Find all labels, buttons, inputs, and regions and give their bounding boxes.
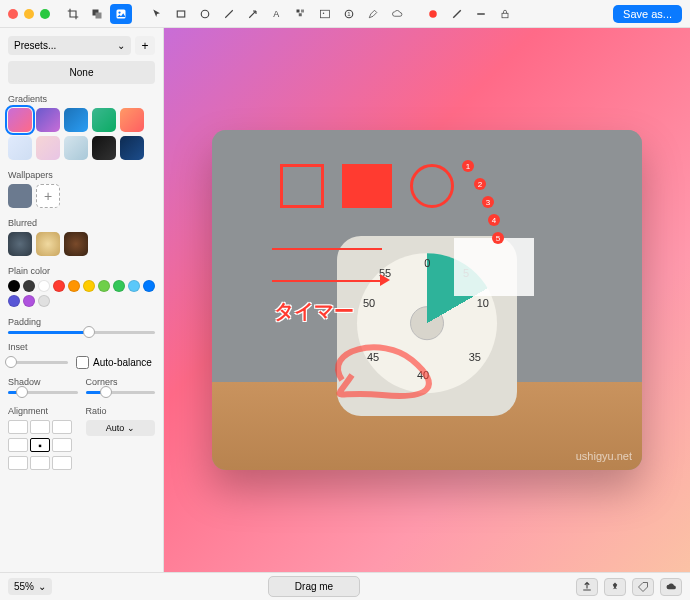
pin-icon[interactable] xyxy=(604,578,626,596)
counter-tool[interactable]: 1 xyxy=(338,4,360,24)
gradient-swatch[interactable] xyxy=(92,136,116,160)
counter-annotation[interactable]: 2 xyxy=(474,178,486,190)
plain-color-swatch[interactable] xyxy=(8,295,20,307)
rectangle-tool[interactable] xyxy=(170,4,192,24)
svg-rect-10 xyxy=(321,10,330,18)
plain-color-swatch[interactable] xyxy=(38,295,50,307)
image-tool[interactable] xyxy=(314,4,336,24)
stroke-weight[interactable] xyxy=(470,4,492,24)
window-controls xyxy=(8,9,50,19)
minimize-window[interactable] xyxy=(24,9,34,19)
screenshot-card[interactable]: 0 5 10 55 50 45 40 35 タイマー 1 2 3 xyxy=(212,130,642,470)
shadow-slider[interactable] xyxy=(8,391,78,394)
presets-select[interactable]: Presets...⌄ xyxy=(8,36,131,55)
plain-color-swatch[interactable] xyxy=(128,280,140,292)
rect-annotation[interactable] xyxy=(280,164,324,208)
padding-slider[interactable] xyxy=(8,331,155,334)
blurred-swatch[interactable] xyxy=(8,232,32,256)
plain-color-swatch[interactable] xyxy=(113,280,125,292)
text-annotation[interactable]: タイマー xyxy=(274,298,354,325)
line-annotation[interactable] xyxy=(272,248,382,250)
close-window[interactable] xyxy=(8,9,18,19)
align-tc[interactable] xyxy=(30,420,50,434)
fullscreen-window[interactable] xyxy=(40,9,50,19)
zoom-select[interactable]: 55%⌄ xyxy=(8,578,52,595)
export-icon[interactable] xyxy=(576,578,598,596)
add-preset-button[interactable]: + xyxy=(135,36,155,55)
align-mc[interactable]: ▪ xyxy=(30,438,50,452)
plain-color-swatch[interactable] xyxy=(83,280,95,292)
counter-annotation[interactable]: 3 xyxy=(482,196,494,208)
counter-annotation[interactable]: 4 xyxy=(488,214,500,226)
align-tl[interactable] xyxy=(8,420,28,434)
plain-color-swatch[interactable] xyxy=(8,280,20,292)
gradients-label: Gradients xyxy=(8,94,155,104)
counter-annotation[interactable]: 5 xyxy=(492,232,504,244)
blurred-swatch[interactable] xyxy=(36,232,60,256)
align-br[interactable] xyxy=(52,456,72,470)
plain-color-swatch[interactable] xyxy=(53,280,65,292)
background-tool[interactable] xyxy=(110,4,132,24)
blurred-swatch[interactable] xyxy=(64,232,88,256)
pixelate-tool[interactable] xyxy=(290,4,312,24)
plain-color-swatch[interactable] xyxy=(23,295,35,307)
fill-color[interactable] xyxy=(422,4,444,24)
overlay-tool[interactable] xyxy=(86,4,108,24)
fillrect-annotation[interactable] xyxy=(342,164,392,208)
gradient-swatch[interactable] xyxy=(64,136,88,160)
blurred-label: Blurred xyxy=(8,218,155,228)
gradient-swatch[interactable] xyxy=(120,136,144,160)
gradient-swatch[interactable] xyxy=(8,136,32,160)
plain-color-swatch[interactable] xyxy=(98,280,110,292)
corners-label: Corners xyxy=(86,377,156,387)
svg-rect-2 xyxy=(117,9,126,18)
pen-tool[interactable] xyxy=(362,4,384,24)
canvas[interactable]: 0 5 10 55 50 45 40 35 タイマー 1 2 3 xyxy=(164,28,690,572)
line-tool[interactable] xyxy=(218,4,240,24)
align-bl[interactable] xyxy=(8,456,28,470)
gradient-swatch[interactable] xyxy=(92,108,116,132)
align-bc[interactable] xyxy=(30,456,50,470)
arrow-annotation[interactable] xyxy=(272,280,382,282)
add-wallpaper-button[interactable]: + xyxy=(36,184,60,208)
drag-me-button[interactable]: Drag me xyxy=(268,576,360,597)
pen-annotation[interactable] xyxy=(322,340,442,410)
plain-color-swatch[interactable] xyxy=(38,280,50,292)
plain-color-swatch[interactable] xyxy=(68,280,80,292)
plain-color-swatch[interactable] xyxy=(23,280,35,292)
wallpaper-swatch[interactable] xyxy=(8,184,32,208)
gradient-swatch[interactable] xyxy=(64,108,88,132)
stroke-color[interactable] xyxy=(446,4,468,24)
align-tr[interactable] xyxy=(52,420,72,434)
inset-slider[interactable] xyxy=(8,361,68,364)
corners-slider[interactable] xyxy=(86,391,156,394)
arrow-tool[interactable] xyxy=(242,4,264,24)
pointer-tool[interactable] xyxy=(146,4,168,24)
gradient-swatch[interactable] xyxy=(120,108,144,132)
save-as-button[interactable]: Save as... xyxy=(613,5,682,23)
autobalance-checkbox[interactable] xyxy=(76,356,89,369)
svg-point-3 xyxy=(118,11,120,13)
bg-none-button[interactable]: None xyxy=(8,61,155,84)
oval-tool[interactable] xyxy=(194,4,216,24)
text-tool[interactable]: A xyxy=(266,4,288,24)
gradient-swatch[interactable] xyxy=(36,136,60,160)
gradient-swatch[interactable] xyxy=(36,108,60,132)
svg-rect-1 xyxy=(96,12,102,18)
lock-tool[interactable] xyxy=(494,4,516,24)
cloud-upload-icon[interactable] xyxy=(660,578,682,596)
plain-color-label: Plain color xyxy=(8,266,155,276)
autobalance-label: Auto-balance xyxy=(93,357,152,368)
cloud-tool[interactable] xyxy=(386,4,408,24)
align-ml[interactable] xyxy=(8,438,28,452)
tag-icon[interactable] xyxy=(632,578,654,596)
highlight-annotation[interactable] xyxy=(454,238,534,296)
oval-annotation[interactable] xyxy=(410,164,454,208)
align-mr[interactable] xyxy=(52,438,72,452)
plain-color-row xyxy=(8,280,155,307)
gradient-swatch[interactable] xyxy=(8,108,32,132)
counter-annotation[interactable]: 1 xyxy=(462,160,474,172)
crop-tool[interactable] xyxy=(62,4,84,24)
ratio-select[interactable]: Auto ⌄ xyxy=(86,420,156,436)
plain-color-swatch[interactable] xyxy=(143,280,155,292)
